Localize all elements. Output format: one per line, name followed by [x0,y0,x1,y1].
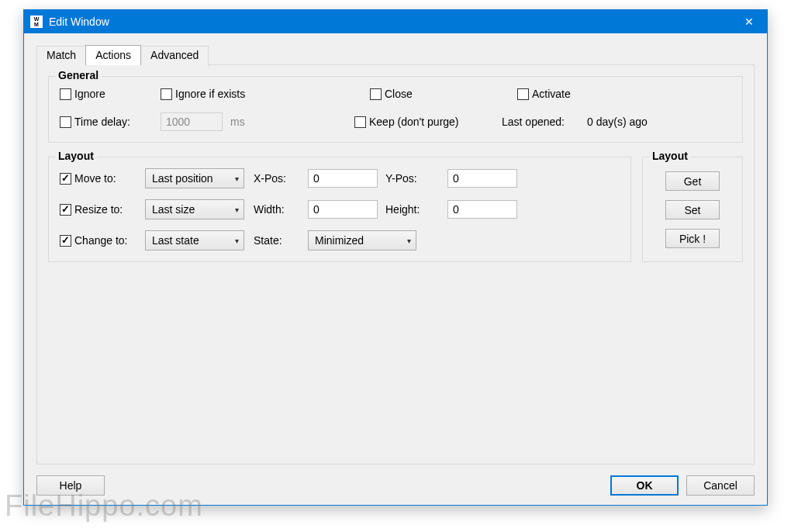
app-icon: WM [30,16,43,28]
select-state[interactable]: Minimized ▾ [308,230,416,250]
checkbox-activate[interactable]: Activate [517,88,571,100]
ok-button[interactable]: OK [610,475,679,496]
checkbox-label: Ignore [74,88,105,100]
checkbox-box-icon [60,204,71,216]
time-delay-unit: ms [230,116,354,128]
checkbox-ignore-if-exists[interactable]: Ignore if exists [161,88,370,100]
close-icon[interactable]: ✕ [731,10,767,33]
ypos-label: Y-Pos: [385,172,447,185]
xpos-label: X-Pos: [254,172,308,185]
time-delay-input[interactable] [161,112,223,131]
cancel-button[interactable]: Cancel [686,475,755,496]
pick-button[interactable]: Pick ! [665,229,720,248]
checkbox-label: Change to: [74,234,128,247]
select-value: Last state [152,234,199,247]
get-button[interactable]: Get [665,171,720,191]
checkbox-box-icon [60,116,71,128]
last-opened-label: Last opened: [502,116,587,128]
height-label: Height: [385,203,447,216]
checkbox-ignore[interactable]: Ignore [60,88,161,100]
titlebar: WM Edit Window ✕ [24,10,767,33]
last-opened-value: 0 day(s) ago [587,116,648,128]
checkbox-box-icon [60,88,71,100]
checkbox-label: Close [385,88,413,100]
chevron-down-icon: ▾ [235,237,239,245]
checkbox-label: Activate [532,88,571,100]
width-input[interactable] [308,200,378,219]
checkbox-label: Ignore if exists [175,88,245,100]
checkbox-change-to[interactable]: Change to: [60,234,145,247]
checkbox-close[interactable]: Close [370,88,517,100]
tab-actions[interactable]: Actions [85,45,141,65]
checkbox-box-icon [370,88,382,100]
help-button[interactable]: Help [36,475,105,496]
group-layout: Layout Move to: Last position ▾ [48,157,631,262]
dialog-footer: Help OK Cancel [36,465,755,496]
tab-advanced[interactable]: Advanced [140,46,209,66]
group-layout-side: Layout Get Set Pick ! [642,157,743,262]
layout-groups-row: Layout Move to: Last position ▾ [48,157,743,262]
select-value: Last size [152,203,195,216]
checkbox-box-icon [161,88,172,100]
tab-panel-actions: General Ignore Ignore if exists Close [36,64,755,465]
ypos-input[interactable] [447,169,517,188]
width-label: Width: [254,203,308,216]
select-value: Minimized [315,234,364,247]
tabstrip: Match Actions Advanced [36,44,755,64]
chevron-down-icon: ▾ [407,237,411,245]
client-area: Match Actions Advanced General Ignore Ig… [24,33,767,505]
legend-general: General [55,69,102,81]
xpos-input[interactable] [308,169,378,188]
edit-window-dialog: WM Edit Window ✕ Match Actions Advanced … [23,9,768,506]
checkbox-box-icon [60,173,71,185]
checkbox-box-icon [354,116,366,128]
checkbox-box-icon [517,88,529,100]
tab-match[interactable]: Match [36,46,86,66]
legend-layout-side: Layout [649,150,691,162]
select-change-to[interactable]: Last state ▾ [145,230,244,250]
set-button[interactable]: Set [665,200,720,219]
checkbox-box-icon [60,235,71,247]
checkbox-label: Keep (don't purge) [369,116,459,128]
checkbox-label: Move to: [74,172,116,185]
select-move-to[interactable]: Last position ▾ [145,168,244,188]
select-resize-to[interactable]: Last size ▾ [145,199,244,219]
checkbox-resize-to[interactable]: Resize to: [60,203,145,216]
window-title: Edit Window [49,16,731,28]
checkbox-label: Time delay: [74,116,130,128]
checkbox-time-delay[interactable]: Time delay: [60,116,161,128]
checkbox-keep[interactable]: Keep (don't purge) [354,116,502,128]
state-label: State: [254,234,308,247]
height-input[interactable] [447,200,517,219]
checkbox-move-to[interactable]: Move to: [60,172,145,185]
checkbox-label: Resize to: [74,203,123,216]
legend-layout: Layout [55,150,97,162]
chevron-down-icon: ▾ [235,174,239,183]
group-general: General Ignore Ignore if exists Close [48,76,743,143]
chevron-down-icon: ▾ [235,206,239,214]
select-value: Last position [152,172,213,185]
